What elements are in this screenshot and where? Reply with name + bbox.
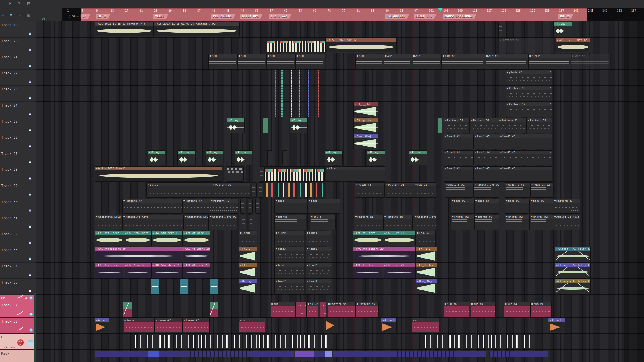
clip-vital[interactable]: ≡Vital — [326, 166, 385, 182]
clip-atm-3[interactable]: ✕ ATM #3 — [571, 54, 611, 69]
clip-sub-4[interactable]: ≡sub #4 — [530, 302, 552, 317]
clip-reese-2[interactable]: ≡Reese #2 — [154, 318, 183, 333]
clip-f-ey[interactable]: »F..ey — [227, 118, 245, 134]
clip-ss[interactable] — [325, 350, 333, 361]
track-led-indicator[interactable] — [29, 129, 31, 131]
clip-vital-2[interactable]: ≡Vital #2 — [355, 182, 385, 198]
add-tool-icon[interactable]: ＋ — [1, 13, 5, 17]
clip-addict-eys-2[interactable]: ≡Addict..eys #2 — [473, 182, 499, 198]
track-led-indicator[interactable] — [29, 97, 31, 99]
clip-ckc-re-13[interactable]: »CKC-..re 13 — [383, 231, 416, 246]
clip-pattern-57[interactable]: ≡Pattern 57✕ — [506, 102, 552, 117]
clip-ckc-re-27[interactable]: »CKC-..re 27 — [383, 263, 416, 278]
clip-clouds-a-foley-1-[interactable]: »Clouds - A..Foley (1) — [555, 263, 591, 278]
clip-lea-4[interactable]: ≡lea..4 — [416, 231, 436, 246]
clip-pair[interactable] — [123, 302, 132, 317]
clip-sub-4[interactable]: ≡sub #4 — [470, 302, 496, 317]
track-header-track-31[interactable]: Track 31 — [0, 214, 36, 230]
clip-fx-up-ter[interactable]: »FX_Up..ter — [353, 118, 378, 134]
track-led-indicator[interactable] — [29, 257, 31, 260]
track-header-c[interactable]: C..ck..ale — [0, 334, 36, 350]
clip-bass[interactable]: ≡bass — [274, 199, 308, 214]
clip-lead2-3[interactable]: ≡lead2 #3✕ — [499, 166, 552, 182]
clip-lead1[interactable]: ≡lead1 — [306, 247, 331, 262]
clip-lead1-4[interactable]: ≡lead1 #4 — [444, 150, 473, 166]
cut-tool-icon[interactable]: ✕ — [10, 13, 12, 17]
clip-sub[interactable]: ≡sub — [270, 302, 296, 317]
track-led-indicator[interactable] — [29, 274, 31, 276]
clip-pattern-51[interactable]: ≡Pattern 51 — [212, 182, 250, 198]
clip-ckc-at-here-13[interactable]: »CKC-At here 13 — [183, 231, 210, 246]
clip-addi-s-2[interactable]: ≡Addi..s #2 — [505, 182, 530, 198]
clip-ats[interactable] — [180, 279, 189, 294]
clip-mini[interactable] — [255, 199, 260, 214]
clip-f-ey[interactable]: »F..ey — [409, 150, 427, 166]
clip-ckc-atm-here[interactable]: »CKC-Atm..here — [95, 231, 124, 246]
track-header-track-38[interactable]: Track 380 — [0, 318, 36, 334]
clip-atm[interactable]: ≡ATM — [384, 54, 412, 69]
clip-ckc-atm-here[interactable]: »CKC-Atm..here — [124, 263, 151, 278]
clip-ckc-atm-here[interactable]: »CKC-Atm..here — [95, 263, 124, 278]
track-header-track-29[interactable]: Track 29 — [0, 182, 36, 198]
clip-ss[interactable] — [148, 350, 159, 361]
track-led-indicator[interactable] — [29, 48, 31, 51]
clip-sub-4[interactable]: ≡sub #4 — [504, 302, 530, 317]
clip-ch-s[interactable]: ≡ch..s — [310, 215, 336, 230]
clip-pair[interactable] — [210, 302, 218, 317]
clip-clouds-a-foley-2-[interactable]: »Clouds - A..Foley (2) — [555, 279, 591, 294]
clip-pattern-47[interactable]: ≡Pattern 47 — [553, 199, 580, 214]
clip-pattern-51[interactable]: ≡Pattern 51 — [385, 182, 414, 198]
track-led-indicator[interactable] — [29, 241, 31, 244]
track-header-ub[interactable]: ub0 — [0, 295, 36, 301]
clip-atm-2[interactable]: ≡ATM #2 — [442, 54, 485, 69]
clip-pattern-56[interactable]: ≡Pattern 56 — [354, 215, 383, 230]
playhead-marker[interactable] — [438, 8, 443, 11]
clip-bass-3[interactable]: ≡bass #3 — [474, 199, 499, 214]
clip-su-3[interactable]: ≡su..3 — [239, 318, 266, 333]
track-header-track-23[interactable]: Track 23 — [0, 86, 36, 102]
clip-sub[interactable] — [319, 302, 326, 317]
muted-x-icon[interactable]: ✕ — [550, 151, 551, 153]
clip-addicti-eys-2[interactable]: ≡Addicti..eys #2 — [209, 215, 237, 230]
clip-pattern-52[interactable]: ≡Pattern 52✕ — [527, 118, 552, 134]
clip-aus-2023-nov-12[interactable]: »AUS - 2023-Nov-12 — [326, 38, 397, 53]
clip-ckc-atm-here-1[interactable]: »CKC-Atm here 1 — [151, 231, 183, 246]
clip-lead1-2[interactable]: ≡lead1 #2 — [473, 134, 499, 149]
clip-pattern-52[interactable]: ≡Pattern 52 — [470, 118, 498, 134]
timeline-marker-build-up2[interactable]: BUILD UP2 — [414, 14, 436, 19]
track-led-indicator[interactable] — [29, 113, 31, 115]
clip-addictive-keys[interactable]: ≡Addictive Keys — [122, 215, 184, 230]
clip-addictive-keys[interactable]: ≡Addictive Keys — [95, 215, 122, 230]
clip-ckc-atm-here[interactable]: »CKC-Atm..here — [124, 231, 151, 246]
clip-lead3-2[interactable]: ≡lead3 #2 — [444, 134, 473, 149]
clip-bu-aj[interactable]: »Bu..aj — [239, 279, 257, 294]
paint-tool-icon[interactable]: ▤ — [27, 1, 30, 5]
clip-lead1[interactable]: ≡lead1 — [274, 263, 304, 278]
track-led-indicator[interactable] — [29, 145, 31, 147]
clip-mini[interactable] — [240, 199, 245, 214]
clip-lead2[interactable]: ≡lead2 — [274, 279, 304, 294]
clip-mini[interactable] — [282, 150, 287, 166]
slip-tool-icon[interactable]: ⌁ — [19, 13, 21, 17]
clip-chords-2[interactable]: ≡chords #2 — [530, 215, 553, 230]
clip-ao[interactable] — [324, 318, 338, 333]
clip-lead3[interactable]: ≡lead3 — [274, 247, 304, 262]
clip-pattern-58[interactable]: ✕ Pattern 58 — [498, 38, 554, 53]
timeline-marker-drop1-aus[interactable]: DROP1 AuS — [269, 14, 292, 19]
clip-mini[interactable] — [267, 150, 272, 166]
clip-fx-u-140[interactable]: »FX_U__140 — [353, 102, 378, 117]
clip-lead1-4[interactable]: ≡lead1 #4 — [473, 150, 499, 166]
track-led-indicator[interactable] — [29, 32, 31, 35]
clip-chords-2[interactable]: ≡chords #2 — [505, 215, 530, 230]
clip-reese[interactable]: ≡Reese — [123, 318, 154, 333]
clip-f-ey[interactable]: »F..ey — [325, 150, 343, 166]
track-led-indicator[interactable] — [29, 80, 31, 83]
clip-lead1[interactable]: ≡lead1 — [239, 231, 257, 246]
clip-pluck-2[interactable]: ≡pluck #2✕ — [506, 70, 552, 85]
clip-addict-e-keys[interactable]: ≡Addict..e Keys — [553, 215, 580, 230]
clip-pattern-47[interactable]: ≡Pattern 47 — [182, 199, 210, 214]
clip-fx-0[interactable]: »FX..0 — [239, 247, 257, 262]
clip-lead2[interactable]: ≡lead2 — [306, 263, 331, 278]
move-tool-icon[interactable]: ✥ — [9, 1, 11, 5]
track-header-track-35[interactable]: Track 35 — [0, 279, 36, 295]
